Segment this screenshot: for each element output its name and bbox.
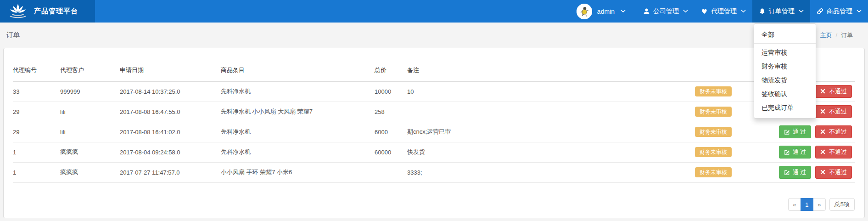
table-row: 29 lili 2017-08-08 16:41:02.0 先科净水机 6000… bbox=[13, 122, 855, 142]
header-items: 商品条目 bbox=[221, 59, 375, 81]
reject-label: 不通过 bbox=[829, 168, 847, 176]
menu-agent[interactable]: 代理管理 bbox=[694, 0, 752, 23]
link-icon bbox=[817, 8, 823, 15]
app-title: 产品管理平台 bbox=[34, 7, 78, 16]
bell-icon bbox=[759, 8, 766, 15]
cell-remark: 快发货 bbox=[407, 142, 679, 162]
dropdown-item-logistics[interactable]: 物流发货 bbox=[754, 73, 816, 87]
x-icon bbox=[820, 109, 826, 115]
dropdown-item-sign-confirm[interactable]: 签收确认 bbox=[754, 87, 816, 101]
approve-button[interactable]: 通 过 bbox=[779, 166, 812, 179]
breadcrumb: 主页 / 订单 bbox=[820, 31, 853, 40]
cell-status: 财务未审核 bbox=[679, 81, 748, 102]
edit-icon bbox=[784, 149, 790, 155]
cell-agent-no: 1 bbox=[13, 142, 60, 162]
brand: 产品管理平台 bbox=[0, 0, 95, 23]
cell-agent-no: 29 bbox=[13, 102, 60, 122]
header-status bbox=[679, 59, 748, 81]
chevron-down-icon bbox=[799, 10, 804, 13]
status-badge: 财务未审核 bbox=[695, 86, 732, 96]
reject-label: 不通过 bbox=[829, 87, 847, 96]
approve-button[interactable]: 通 过 bbox=[779, 146, 812, 159]
header-date: 申请日期 bbox=[120, 59, 221, 81]
cell-agent-no: 33 bbox=[13, 81, 60, 102]
orders-dropdown-menu: 全部 运营审核 财务审核 物流发货 签收确认 已完成订单 bbox=[754, 23, 816, 119]
avatar bbox=[577, 4, 592, 19]
cell-customer: 999999 bbox=[60, 81, 120, 102]
approve-button[interactable]: 通 过 bbox=[779, 125, 812, 138]
cell-customer: lili bbox=[60, 122, 120, 142]
menu-orders-label: 订单管理 bbox=[769, 7, 795, 16]
menu-agent-label: 代理管理 bbox=[711, 7, 737, 16]
username: admin bbox=[597, 8, 615, 15]
chevron-down-icon bbox=[683, 10, 688, 13]
cell-remark: 10 bbox=[407, 81, 679, 102]
pagination-next-button[interactable]: » bbox=[813, 198, 826, 211]
reject-button[interactable]: 不通过 bbox=[815, 105, 852, 118]
cell-date: 2017-07-27 11:47:57.0 bbox=[120, 162, 221, 182]
breadcrumb-separator: / bbox=[835, 32, 837, 39]
cell-actions: 通 过 不通过 bbox=[748, 162, 855, 182]
cell-date: 2017-08-08 16:41:02.0 bbox=[120, 122, 221, 142]
cell-items: 先科净水机 小小风扇 大风扇 荣耀7 bbox=[221, 102, 375, 122]
pagination-page-1[interactable]: 1 bbox=[801, 198, 813, 211]
edit-icon bbox=[784, 170, 790, 176]
x-icon bbox=[820, 129, 826, 135]
table-row: 33 999999 2017-08-14 10:37:25.0 先科净水机 10… bbox=[13, 81, 855, 102]
orders-table: 代理编号 代理客户 申请日期 商品条目 总价 备注 33 999999 2017… bbox=[13, 59, 855, 183]
table-row: 1 疯疯疯 2017-07-27 11:47:57.0 小小风扇 手环 荣耀7 … bbox=[13, 162, 855, 182]
approve-label: 通 过 bbox=[793, 148, 806, 156]
x-icon bbox=[820, 170, 826, 176]
status-badge: 财务未审核 bbox=[695, 127, 732, 137]
cell-status: 财务未审核 bbox=[679, 102, 748, 122]
x-icon bbox=[820, 89, 826, 95]
dropdown-item-finance-audit[interactable]: 财务审核 bbox=[754, 59, 816, 73]
heart-icon bbox=[701, 8, 708, 15]
top-navbar: 产品管理平台 admin bbox=[0, 0, 868, 23]
approve-label: 通 过 bbox=[793, 128, 806, 136]
cell-total: 258 bbox=[375, 102, 407, 122]
menu-orders[interactable]: 订单管理 bbox=[752, 0, 810, 23]
reject-label: 不通过 bbox=[829, 108, 847, 116]
breadcrumb-home-link[interactable]: 主页 bbox=[820, 31, 832, 40]
reject-button[interactable]: 不通过 bbox=[815, 85, 852, 98]
status-badge: 财务未审核 bbox=[695, 167, 732, 177]
dropdown-divider bbox=[754, 43, 816, 44]
cell-items: 先科净水机 bbox=[221, 81, 375, 102]
menu-products[interactable]: 商品管理 bbox=[810, 0, 868, 23]
menu-company-label: 公司管理 bbox=[653, 7, 679, 16]
reject-button[interactable]: 不通过 bbox=[815, 125, 852, 138]
user-menu[interactable]: admin bbox=[577, 0, 626, 23]
reject-button[interactable]: 不通过 bbox=[815, 166, 852, 179]
dropdown-item-completed[interactable]: 已完成订单 bbox=[754, 101, 816, 114]
header-total: 总价 bbox=[375, 59, 407, 81]
menu-company[interactable]: 公司管理 bbox=[637, 0, 694, 23]
edit-icon bbox=[784, 129, 790, 135]
chevron-down-icon bbox=[857, 10, 862, 13]
cell-agent-no: 1 bbox=[13, 162, 60, 182]
cell-customer: 疯疯疯 bbox=[60, 142, 120, 162]
reject-button[interactable]: 不通过 bbox=[815, 146, 852, 159]
pagination-total: 总5项 bbox=[829, 198, 855, 211]
status-badge: 财务未审核 bbox=[695, 107, 732, 117]
cell-total: 60000 bbox=[375, 142, 407, 162]
orders-card: 代理编号 代理客户 申请日期 商品条目 总价 备注 33 999999 2017… bbox=[3, 48, 865, 218]
titlebar: 订单 主页 / 订单 bbox=[0, 23, 868, 48]
header-remark: 备注 bbox=[407, 59, 679, 81]
approve-label: 通 过 bbox=[793, 168, 806, 176]
dropdown-item-all[interactable]: 全部 bbox=[754, 28, 816, 41]
navbar-right: admin 公司管理 代理管理 bbox=[577, 0, 868, 23]
dropdown-item-operation-audit[interactable]: 运营审核 bbox=[754, 45, 816, 59]
cell-date: 2017-08-04 09:24:58.0 bbox=[120, 142, 221, 162]
chevron-down-icon bbox=[741, 10, 746, 13]
cell-items: 先科净水机 bbox=[221, 142, 375, 162]
reject-label: 不通过 bbox=[829, 128, 847, 136]
x-icon bbox=[820, 149, 826, 155]
cell-remark: 期cncx;运营已审 bbox=[407, 122, 679, 142]
pagination-prev-button[interactable]: « bbox=[788, 198, 801, 211]
menu-products-label: 商品管理 bbox=[827, 7, 852, 16]
cell-customer: lili bbox=[60, 102, 120, 122]
table-row: 1 疯疯疯 2017-08-04 09:24:58.0 先科净水机 60000 … bbox=[13, 142, 855, 162]
cell-customer: 疯疯疯 bbox=[60, 162, 120, 182]
cell-total: 6000 bbox=[375, 122, 407, 142]
